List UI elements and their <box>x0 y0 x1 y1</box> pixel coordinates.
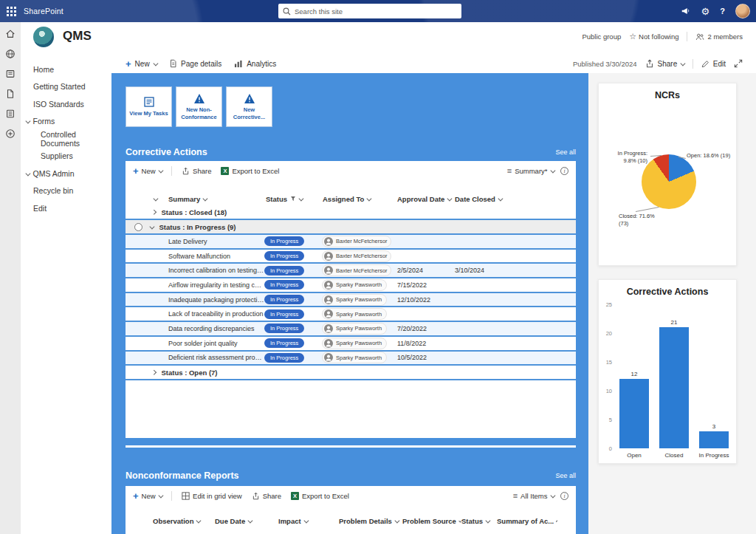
gear-icon[interactable]: ⚙ <box>701 7 710 16</box>
table-row[interactable]: Inadequate packaging protectionIn Progre… <box>126 293 576 308</box>
table-row[interactable]: Deficient risk assessment processIn Prog… <box>126 352 576 366</box>
add-circle-icon[interactable] <box>5 129 16 139</box>
group-row-open[interactable]: Status : Open (7) <box>126 366 576 380</box>
chevron-down-icon[interactable] <box>153 196 157 200</box>
tile-new-non-conformance[interactable]: New Non-Conformance <box>176 86 222 127</box>
column-header-summary[interactable]: Summary <box>161 195 264 203</box>
assignee[interactable]: Sparky Pawsworth <box>322 338 387 349</box>
new-button[interactable]: + New <box>126 59 157 69</box>
row-approval-date: 10/5/2022 <box>393 354 453 361</box>
sidebar-item-label: ISO Standards <box>33 100 84 109</box>
sidebar-item-getting-started[interactable]: Getting Started <box>21 78 111 96</box>
table-row[interactable]: Late DeliveryIn ProgressBaxter McFetcher… <box>126 235 576 250</box>
members-button[interactable]: 2 members <box>695 32 743 41</box>
new-item-button[interactable]: +New <box>133 491 162 501</box>
page-icon <box>169 59 177 68</box>
selection-radio[interactable] <box>134 223 142 231</box>
group-row-closed[interactable]: Status : Closed (18) <box>126 205 576 220</box>
page-details-button[interactable]: Page details <box>169 59 221 68</box>
sidebar-item-forms[interactable]: Forms <box>21 113 111 131</box>
analytics-button[interactable]: Analytics <box>234 60 276 68</box>
ncr-pie <box>642 154 696 209</box>
search-box[interactable] <box>278 4 461 18</box>
see-all-link-nonconformance[interactable]: See all <box>555 472 576 479</box>
suite-app-name[interactable]: SharePoint <box>24 7 63 16</box>
tile-view-my-tasks[interactable]: View My Tasks <box>126 86 172 127</box>
help-icon[interactable]: ? <box>720 7 725 16</box>
view-selector[interactable]: ≡All Items <box>513 492 554 500</box>
column-header-impact[interactable]: Impact <box>278 517 339 525</box>
news-icon[interactable] <box>5 69 16 79</box>
sidebar-item-edit[interactable]: Edit <box>21 199 111 217</box>
avatar <box>324 281 333 290</box>
table-row[interactable]: Software MalfunctionIn ProgressBaxter Mc… <box>126 250 576 264</box>
column-header-approval-date[interactable]: Approval Date <box>393 195 453 203</box>
pencil-icon <box>701 60 709 68</box>
user-avatar[interactable] <box>735 4 750 18</box>
site-logo[interactable] <box>33 27 54 47</box>
share-button[interactable]: Share <box>182 167 211 175</box>
expand-icon[interactable] <box>734 59 743 68</box>
table-row[interactable]: Data recording discrepanciesIn ProgressS… <box>126 322 576 337</box>
see-all-link-corrective[interactable]: See all <box>555 148 576 156</box>
sidebar-item-label: Recycle bin <box>33 186 73 195</box>
assignee[interactable]: Sparky Pawsworth <box>322 294 387 306</box>
assignee[interactable]: Baxter McFetchersor <box>322 250 391 262</box>
pie-label-open: Open: 18.6% (19) <box>687 152 730 160</box>
file-icon[interactable] <box>5 89 16 99</box>
new-item-button[interactable]: +New <box>133 166 162 176</box>
app-launcher-icon[interactable] <box>7 7 16 16</box>
table-row[interactable]: Poor solder joint qualityIn ProgressSpar… <box>126 337 576 352</box>
export-to-excel-button[interactable]: XExport to Excel <box>291 492 349 500</box>
column-header-assigned-to[interactable]: Assigned To <box>322 195 393 203</box>
globe-icon[interactable] <box>5 49 16 59</box>
assignee[interactable]: Sparky Pawsworth <box>322 352 387 363</box>
info-icon[interactable]: i <box>560 492 568 500</box>
export-to-excel-button[interactable]: XExport to Excel <box>221 167 279 175</box>
bar-value-label: 12 <box>631 371 638 377</box>
table-row[interactable]: Incorrect calibration on testing e...In … <box>126 264 576 278</box>
column-header-due-date[interactable]: Due Date <box>215 517 278 525</box>
tile-new-corrective-[interactable]: New Corrective... <box>226 86 272 127</box>
search-input[interactable] <box>295 7 457 16</box>
assignee[interactable]: Sparky Pawsworth <box>322 308 387 320</box>
share-button[interactable]: Share <box>252 492 281 500</box>
chevron-right-icon[interactable] <box>151 210 156 214</box>
view-selector[interactable]: ≡Summary* <box>507 167 554 175</box>
column-header-status[interactable]: Status <box>264 195 322 203</box>
chevron-right-icon[interactable] <box>151 370 156 374</box>
sidebar-item-iso-standards[interactable]: ISO Standards <box>21 95 111 113</box>
share-button[interactable]: Share <box>645 59 684 68</box>
sidebar-item-suppliers[interactable]: Suppliers <box>21 148 111 165</box>
follow-button[interactable]: ☆Not following <box>629 32 678 41</box>
sidebar-item-recycle-bin[interactable]: Recycle bin <box>21 182 111 200</box>
edit-in-grid-view-button[interactable]: Edit in grid view <box>182 492 242 500</box>
bar-value-label: 3 <box>712 423 715 430</box>
sidebar-item-qms-admin[interactable]: QMS Admin <box>21 165 111 182</box>
edit-button[interactable]: Edit <box>701 60 726 68</box>
group-row-in-progress[interactable]: Status : In Progress (9) <box>126 220 576 235</box>
chevron-down-icon[interactable] <box>150 224 154 228</box>
megaphone-icon[interactable] <box>681 6 691 16</box>
status-badge: In Progress <box>264 353 304 363</box>
assignee[interactable]: Baxter McFetchersor <box>322 264 391 276</box>
assignee[interactable]: Sparky Pawsworth <box>322 323 387 335</box>
row-approval-date: 7/15/2022 <box>393 281 453 289</box>
info-icon[interactable]: i <box>560 167 568 175</box>
column-header-problem-details[interactable]: Problem Details <box>339 517 402 525</box>
table-row[interactable]: Lack of traceability in productionIn Pro… <box>126 307 576 322</box>
assignee[interactable]: Sparky Pawsworth <box>322 279 387 291</box>
column-header-summary-of-ac-[interactable]: Summary of Ac... <box>497 517 557 525</box>
list-icon[interactable] <box>5 109 16 119</box>
row-approval-date: 7/20/2022 <box>393 325 453 332</box>
column-header-date-closed[interactable]: Date Closed <box>453 195 576 203</box>
sidebar-item-controlled-documents[interactable]: Controlled Documents <box>21 130 111 148</box>
column-header-status[interactable]: Status <box>461 517 497 525</box>
home-icon[interactable] <box>5 29 16 39</box>
table-row[interactable]: Airflow irregularity in testing cha...In… <box>126 278 576 293</box>
column-header-problem-source[interactable]: Problem Source <box>402 517 461 525</box>
column-header-observation[interactable]: Observation <box>153 517 215 525</box>
assignee[interactable]: Baxter McFetchersor <box>322 236 391 247</box>
plus-icon: + <box>133 491 139 501</box>
sidebar-item-home[interactable]: Home <box>21 61 111 78</box>
